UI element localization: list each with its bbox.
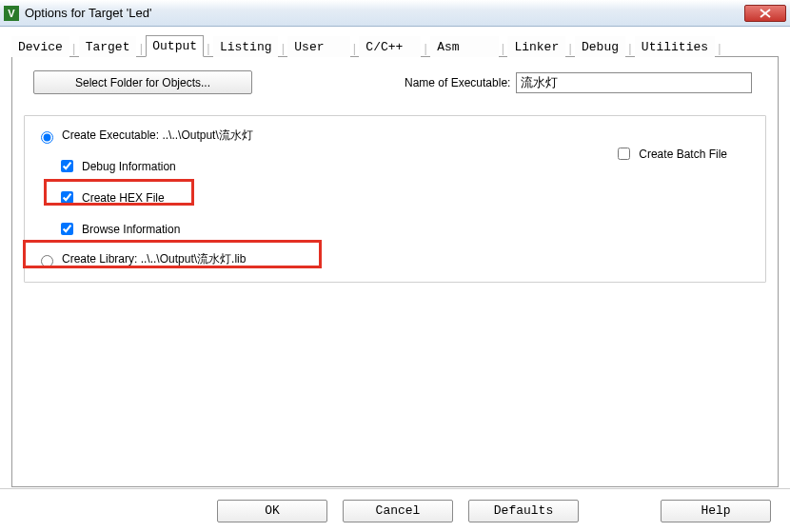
tab-ccpp[interactable]: C/C++ <box>359 36 421 57</box>
create-hex-label: Create HEX File <box>82 191 165 205</box>
debug-information-checkbox[interactable] <box>61 160 73 172</box>
tab-linker[interactable]: Linker <box>507 36 565 57</box>
executable-name-input[interactable] <box>516 72 752 93</box>
ok-button[interactable]: OK <box>217 500 327 522</box>
tab-device[interactable]: Device <box>11 36 69 57</box>
dialog-footer: OK Cancel Defaults Help <box>0 488 790 532</box>
debug-information-label: Debug Information <box>82 160 176 173</box>
tab-target[interactable]: Target <box>79 36 137 57</box>
titlebar: V Options for Target 'Led' <box>0 0 790 27</box>
tab-asm[interactable]: Asm <box>430 36 498 57</box>
tabstrip: Device| Target| Output| Listing| User| C… <box>11 34 779 57</box>
name-of-executable-label: Name of Executable: <box>405 76 510 89</box>
tab-listing[interactable]: Listing <box>213 36 279 57</box>
help-button[interactable]: Help <box>661 500 771 522</box>
create-batch-checkbox[interactable] <box>618 148 630 160</box>
app-icon: V <box>4 6 19 21</box>
browse-information-checkbox[interactable] <box>61 223 73 235</box>
output-groupbox: Create Executable: ..\..\Output\流水灯 Debu… <box>24 115 766 283</box>
window-title: Options for Target 'Led' <box>25 6 744 20</box>
create-executable-label: Create Executable: ..\..\Output\流水灯 <box>62 128 253 144</box>
create-library-label: Create Library: ..\..\Output\流水灯.lib <box>62 251 246 267</box>
create-executable-radio[interactable] <box>41 131 53 144</box>
tab-utilities[interactable]: Utilities <box>635 36 715 57</box>
tab-output[interactable]: Output <box>146 35 204 57</box>
tab-debug[interactable]: Debug <box>575 36 625 57</box>
browse-information-label: Browse Information <box>82 223 180 236</box>
create-library-radio[interactable] <box>41 255 53 267</box>
tab-user[interactable]: User <box>287 36 349 57</box>
create-batch-label: Create Batch File <box>639 148 727 161</box>
select-folder-button[interactable]: Select Folder for Objects... <box>33 70 252 94</box>
close-icon <box>760 9 771 18</box>
close-button[interactable] <box>744 5 786 22</box>
output-panel: Select Folder for Objects... Name of Exe… <box>11 57 779 487</box>
defaults-button[interactable]: Defaults <box>468 500 579 522</box>
create-hex-checkbox[interactable] <box>61 191 73 204</box>
cancel-button[interactable]: Cancel <box>343 500 453 522</box>
